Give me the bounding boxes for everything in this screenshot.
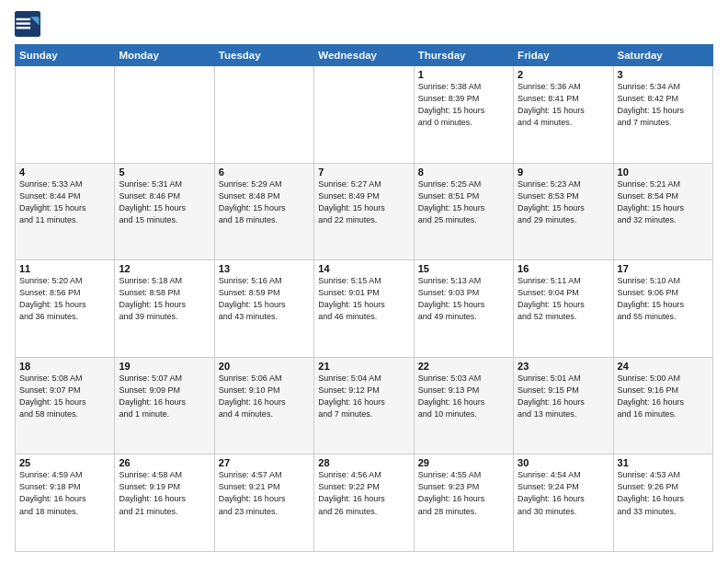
calendar-table: SundayMondayTuesdayWednesdayThursdayFrid… — [15, 44, 713, 552]
day-number: 18 — [19, 361, 110, 372]
day-number: 11 — [19, 263, 110, 274]
day-number: 6 — [219, 167, 310, 178]
day-info: Sunrise: 5:15 AM Sunset: 9:01 PM Dayligh… — [318, 275, 409, 323]
day-number: 1 — [418, 69, 509, 80]
day-info: Sunrise: 5:21 AM Sunset: 8:54 PM Dayligh… — [618, 178, 709, 226]
day-info: Sunrise: 5:04 AM Sunset: 9:12 PM Dayligh… — [318, 373, 409, 420]
day-info: Sunrise: 5:34 AM Sunset: 8:42 PM Dayligh… — [618, 81, 709, 129]
weekday-header: Wednesday — [314, 45, 414, 66]
calendar-cell — [115, 66, 214, 164]
calendar-cell: 16Sunrise: 5:11 AM Sunset: 9:04 PM Dayli… — [514, 260, 613, 358]
day-number: 21 — [318, 361, 409, 372]
day-number: 27 — [219, 457, 310, 468]
calendar-cell: 8Sunrise: 5:25 AM Sunset: 8:51 PM Daylig… — [414, 163, 513, 260]
day-number: 23 — [518, 361, 609, 372]
calendar-cell: 17Sunrise: 5:10 AM Sunset: 9:06 PM Dayli… — [613, 260, 712, 358]
day-info: Sunrise: 5:11 AM Sunset: 9:04 PM Dayligh… — [518, 275, 609, 323]
calendar-cell — [314, 66, 414, 164]
day-number: 28 — [318, 457, 409, 468]
calendar-cell: 20Sunrise: 5:06 AM Sunset: 9:10 PM Dayli… — [214, 357, 313, 454]
calendar-row: 1Sunrise: 5:38 AM Sunset: 8:39 PM Daylig… — [16, 66, 713, 164]
calendar-cell: 23Sunrise: 5:01 AM Sunset: 9:15 PM Dayli… — [514, 357, 613, 454]
header — [15, 11, 713, 37]
day-number: 8 — [418, 167, 509, 178]
calendar-cell: 21Sunrise: 5:04 AM Sunset: 9:12 PM Dayli… — [314, 357, 414, 454]
day-info: Sunrise: 4:54 AM Sunset: 9:24 PM Dayligh… — [518, 469, 609, 517]
day-info: Sunrise: 5:06 AM Sunset: 9:10 PM Dayligh… — [219, 373, 310, 420]
day-number: 26 — [119, 457, 210, 468]
day-number: 14 — [318, 263, 409, 274]
weekday-header: Sunday — [16, 45, 115, 66]
calendar-cell: 13Sunrise: 5:16 AM Sunset: 8:59 PM Dayli… — [214, 260, 313, 358]
logo-icon — [15, 11, 40, 37]
calendar-cell: 10Sunrise: 5:21 AM Sunset: 8:54 PM Dayli… — [613, 163, 712, 260]
weekday-header: Friday — [514, 45, 613, 66]
day-number: 5 — [119, 167, 210, 178]
calendar-cell: 18Sunrise: 5:08 AM Sunset: 9:07 PM Dayli… — [16, 357, 115, 454]
day-number: 22 — [418, 361, 509, 372]
day-info: Sunrise: 5:10 AM Sunset: 9:06 PM Dayligh… — [618, 275, 709, 323]
calendar-cell: 12Sunrise: 5:18 AM Sunset: 8:58 PM Dayli… — [115, 260, 214, 358]
day-info: Sunrise: 5:03 AM Sunset: 9:13 PM Dayligh… — [418, 373, 509, 420]
day-info: Sunrise: 5:23 AM Sunset: 8:53 PM Dayligh… — [518, 178, 609, 226]
day-info: Sunrise: 5:13 AM Sunset: 9:03 PM Dayligh… — [418, 275, 509, 323]
weekday-header: Tuesday — [214, 45, 313, 66]
calendar-cell: 27Sunrise: 4:57 AM Sunset: 9:21 PM Dayli… — [214, 454, 313, 552]
calendar-cell: 7Sunrise: 5:27 AM Sunset: 8:49 PM Daylig… — [314, 163, 414, 260]
day-number: 25 — [19, 457, 110, 468]
calendar-cell: 31Sunrise: 4:53 AM Sunset: 9:26 PM Dayli… — [613, 454, 712, 552]
day-number: 10 — [618, 167, 709, 178]
day-number: 2 — [518, 69, 609, 80]
day-number: 30 — [518, 457, 609, 468]
day-info: Sunrise: 5:33 AM Sunset: 8:44 PM Dayligh… — [19, 178, 110, 226]
day-info: Sunrise: 5:36 AM Sunset: 8:41 PM Dayligh… — [518, 81, 609, 129]
day-number: 24 — [618, 361, 709, 372]
calendar-cell: 5Sunrise: 5:31 AM Sunset: 8:46 PM Daylig… — [115, 163, 214, 260]
day-info: Sunrise: 5:00 AM Sunset: 9:16 PM Dayligh… — [618, 373, 709, 420]
day-info: Sunrise: 5:18 AM Sunset: 8:58 PM Dayligh… — [119, 275, 210, 323]
calendar-cell: 9Sunrise: 5:23 AM Sunset: 8:53 PM Daylig… — [514, 163, 613, 260]
day-info: Sunrise: 5:16 AM Sunset: 8:59 PM Dayligh… — [219, 275, 310, 323]
day-number: 9 — [518, 167, 609, 178]
day-number: 31 — [618, 457, 709, 468]
day-number: 17 — [618, 263, 709, 274]
svg-rect-2 — [17, 18, 31, 20]
day-info: Sunrise: 4:53 AM Sunset: 9:26 PM Dayligh… — [618, 469, 709, 517]
day-info: Sunrise: 4:55 AM Sunset: 9:23 PM Dayligh… — [418, 469, 509, 517]
logo — [15, 11, 44, 37]
calendar-row: 11Sunrise: 5:20 AM Sunset: 8:56 PM Dayli… — [16, 260, 713, 358]
calendar-header-row: SundayMondayTuesdayWednesdayThursdayFrid… — [16, 45, 713, 66]
calendar-cell: 14Sunrise: 5:15 AM Sunset: 9:01 PM Dayli… — [314, 260, 414, 358]
day-info: Sunrise: 4:58 AM Sunset: 9:19 PM Dayligh… — [119, 469, 210, 517]
day-info: Sunrise: 5:38 AM Sunset: 8:39 PM Dayligh… — [418, 81, 509, 129]
calendar-row: 25Sunrise: 4:59 AM Sunset: 9:18 PM Dayli… — [16, 454, 713, 552]
day-number: 13 — [219, 263, 310, 274]
calendar-cell: 26Sunrise: 4:58 AM Sunset: 9:19 PM Dayli… — [115, 454, 214, 552]
weekday-header: Thursday — [414, 45, 513, 66]
calendar-cell: 1Sunrise: 5:38 AM Sunset: 8:39 PM Daylig… — [414, 66, 513, 164]
calendar-cell: 19Sunrise: 5:07 AM Sunset: 9:09 PM Dayli… — [115, 357, 214, 454]
day-info: Sunrise: 4:59 AM Sunset: 9:18 PM Dayligh… — [19, 469, 110, 517]
day-number: 4 — [19, 167, 110, 178]
day-info: Sunrise: 4:56 AM Sunset: 9:22 PM Dayligh… — [318, 469, 409, 517]
day-info: Sunrise: 5:29 AM Sunset: 8:48 PM Dayligh… — [219, 178, 310, 226]
calendar-cell: 29Sunrise: 4:55 AM Sunset: 9:23 PM Dayli… — [414, 454, 513, 552]
day-number: 12 — [119, 263, 210, 274]
calendar-cell: 3Sunrise: 5:34 AM Sunset: 8:42 PM Daylig… — [613, 66, 712, 164]
day-number: 20 — [219, 361, 310, 372]
calendar-cell: 30Sunrise: 4:54 AM Sunset: 9:24 PM Dayli… — [514, 454, 613, 552]
day-number: 19 — [119, 361, 210, 372]
day-info: Sunrise: 5:25 AM Sunset: 8:51 PM Dayligh… — [418, 178, 509, 226]
day-info: Sunrise: 5:31 AM Sunset: 8:46 PM Dayligh… — [119, 178, 210, 226]
calendar-cell — [16, 66, 115, 164]
weekday-header: Saturday — [613, 45, 712, 66]
svg-rect-4 — [17, 27, 31, 29]
day-info: Sunrise: 5:20 AM Sunset: 8:56 PM Dayligh… — [19, 275, 110, 323]
calendar-row: 4Sunrise: 5:33 AM Sunset: 8:44 PM Daylig… — [16, 163, 713, 260]
calendar-cell: 2Sunrise: 5:36 AM Sunset: 8:41 PM Daylig… — [514, 66, 613, 164]
day-number: 15 — [418, 263, 509, 274]
day-number: 29 — [418, 457, 509, 468]
calendar-cell: 4Sunrise: 5:33 AM Sunset: 8:44 PM Daylig… — [16, 163, 115, 260]
day-info: Sunrise: 4:57 AM Sunset: 9:21 PM Dayligh… — [219, 469, 310, 517]
calendar-cell: 25Sunrise: 4:59 AM Sunset: 9:18 PM Dayli… — [16, 454, 115, 552]
